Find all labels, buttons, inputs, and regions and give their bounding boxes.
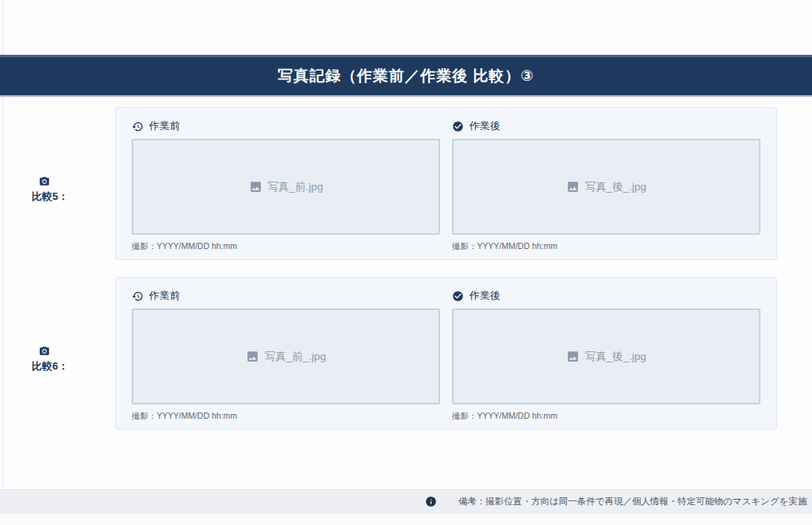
info-icon	[425, 496, 437, 508]
before-photo-placeholder[interactable]: 写真_前_.jpg	[132, 308, 440, 404]
footer-note-bar: 備考：撮影位置・方向は同一条件で再現／個人情報・特定可能物のマスキングを実施	[0, 489, 812, 513]
image-icon	[566, 180, 580, 194]
photo-filename: 写真_前.jpg	[268, 180, 324, 194]
photo-timestamp-caption: 撮影：YYYY/MM/DD hh:mm	[452, 411, 760, 422]
before-panel-label: 作業前	[149, 119, 180, 133]
page-header: 写真記録（作業前／作業後 比較）③	[0, 55, 812, 97]
photo-timestamp-caption: 撮影：YYYY/MM/DD hh:mm	[132, 241, 440, 252]
photo-timestamp-caption: 撮影：YYYY/MM/DD hh:mm	[132, 411, 440, 422]
comparison-label-text: 比較6：	[32, 359, 68, 374]
history-icon	[132, 290, 144, 302]
before-panel: 作業前 写真_前.jpg 撮影：YYYY/MM/DD hh:mm	[132, 119, 440, 250]
after-panel-header: 作業後	[452, 289, 760, 303]
photo-filename: 写真_前_.jpg	[265, 350, 326, 364]
before-panel-label: 作業前	[149, 289, 180, 303]
before-photo-placeholder[interactable]: 写真_前.jpg	[132, 139, 440, 235]
after-photo-placeholder[interactable]: 写真_後_.jpg	[452, 308, 760, 404]
comparison-5-label: 比較5：	[32, 176, 68, 204]
before-panel-header: 作業前	[132, 289, 440, 303]
after-panel-label: 作業後	[469, 289, 500, 303]
before-panel: 作業前 写真_前_.jpg 撮影：YYYY/MM/DD hh:mm	[132, 289, 440, 420]
image-icon	[246, 350, 259, 363]
bottom-strip	[0, 513, 812, 525]
check-circle-icon	[452, 121, 464, 132]
image-icon	[249, 180, 262, 194]
camera-icon	[39, 176, 50, 187]
comparison-6-label: 比較6：	[32, 346, 68, 374]
camera-icon	[39, 346, 50, 357]
comparison-card-5: 作業前 写真_前.jpg 撮影：YYYY/MM/DD hh:mm 作業後	[115, 107, 777, 260]
image-icon	[566, 350, 580, 363]
after-panel: 作業後 写真_後_.jpg 撮影：YYYY/MM/DD hh:mm	[452, 289, 760, 420]
photo-timestamp-caption: 撮影：YYYY/MM/DD hh:mm	[452, 241, 760, 252]
after-panel-label: 作業後	[469, 119, 500, 133]
photo-record-page: 写真記録（作業前／作業後 比較）③ 比較5： 作業前 写真_前.jpg 撮影：Y…	[0, 0, 812, 525]
before-panel-header: 作業前	[132, 119, 440, 133]
check-circle-icon	[452, 290, 464, 302]
after-panel: 作業後 写真_後_.jpg 撮影：YYYY/MM/DD hh:mm	[452, 119, 760, 250]
after-panel-header: 作業後	[452, 119, 760, 133]
page-title: 写真記録（作業前／作業後 比較）③	[278, 66, 534, 86]
photo-filename: 写真_後_.jpg	[585, 350, 646, 364]
after-photo-placeholder[interactable]: 写真_後_.jpg	[452, 139, 760, 235]
history-icon	[132, 121, 144, 132]
footer-note-text: 備考：撮影位置・方向は同一条件で再現／個人情報・特定可能物のマスキングを実施	[458, 496, 806, 508]
comparison-card-6: 作業前 写真_前_.jpg 撮影：YYYY/MM/DD hh:mm 作業後	[115, 277, 777, 430]
comparison-label-text: 比較5：	[32, 190, 68, 204]
photo-filename: 写真_後_.jpg	[585, 180, 646, 194]
